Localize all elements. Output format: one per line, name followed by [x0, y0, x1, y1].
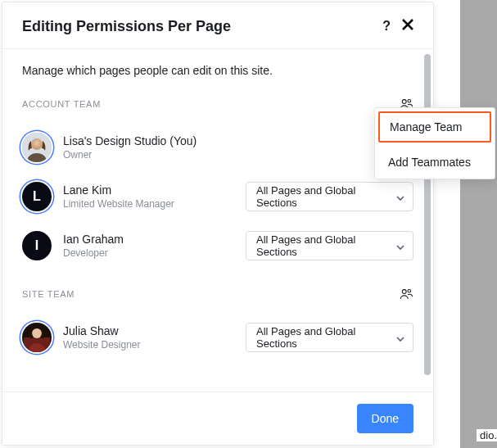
modal-title: Editing Permissions Per Page	[22, 18, 231, 35]
permission-select[interactable]: All Pages and Global Sections	[246, 182, 413, 211]
account-team-header: ACCOUNT TEAM	[22, 97, 413, 111]
permissions-modal: Editing Permissions Per Page ? Manage wh…	[2, 2, 434, 446]
svg-point-4	[402, 290, 406, 294]
background-text-fragment: dio.	[477, 429, 497, 441]
avatar	[22, 323, 52, 352]
member-row: Lisa's Design Studio (You)Owner	[22, 123, 413, 172]
permission-select[interactable]: All Pages and Global Sections	[246, 231, 413, 260]
modal-header: Editing Permissions Per Page ?	[2, 2, 433, 49]
member-row: IIan GrahamDeveloperAll Pages and Global…	[22, 221, 413, 270]
svg-point-8	[32, 328, 42, 338]
avatar: L	[22, 182, 52, 211]
chevron-down-icon	[396, 242, 404, 250]
member-name: Lisa's Design Studio (You)	[63, 133, 413, 148]
permission-select-label: All Pages and Global Sections	[256, 184, 396, 209]
member-name: Lane Kim	[63, 183, 246, 197]
team-icon[interactable]	[399, 287, 413, 301]
member-row: LLane KimLimited Website ManagerAll Page…	[22, 172, 413, 221]
close-icon[interactable]	[400, 17, 415, 35]
member-role: Developer	[63, 247, 246, 260]
member-name: Ian Graham	[63, 232, 246, 247]
avatar: I	[22, 231, 52, 260]
modal-subtitle: Manage which pages people can edit on th…	[22, 64, 413, 77]
member-info: Lisa's Design Studio (You)Owner	[63, 133, 413, 162]
avatar	[22, 133, 52, 162]
modal-footer: Done	[2, 391, 433, 445]
svg-point-1	[408, 99, 411, 102]
member-info: Lane KimLimited Website Manager	[63, 183, 246, 211]
background-panel	[460, 0, 497, 448]
popover-item-manage-team[interactable]: Manage Team	[378, 111, 491, 143]
member-row: Julia ShawWebsite DesignerAll Pages and …	[22, 313, 413, 362]
done-button[interactable]: Done	[357, 404, 413, 433]
permission-select-label: All Pages and Global Sections	[256, 325, 396, 350]
member-info: Julia ShawWebsite Designer	[63, 324, 246, 352]
member-role: Limited Website Manager	[63, 198, 246, 211]
section-title-account: ACCOUNT TEAM	[22, 99, 101, 109]
modal-body: Manage which pages people can edit on th…	[2, 49, 433, 391]
site-team-header: SITE TEAM	[22, 287, 413, 301]
svg-point-0	[402, 100, 406, 104]
popover-item-add-teammates[interactable]: Add Teammates	[375, 146, 495, 179]
chevron-down-icon	[396, 333, 404, 342]
section-title-site: SITE TEAM	[22, 289, 75, 299]
svg-point-3	[31, 138, 43, 150]
scrollbar[interactable]	[424, 54, 431, 375]
permission-select-label: All Pages and Global Sections	[256, 233, 396, 258]
member-name: Julia Shaw	[63, 324, 246, 338]
member-role: Website Designer	[63, 339, 246, 352]
team-popover: Manage TeamAdd Teammates	[374, 107, 495, 179]
permission-select[interactable]: All Pages and Global Sections	[246, 323, 413, 352]
svg-point-5	[408, 289, 411, 292]
help-icon[interactable]: ?	[382, 19, 391, 34]
member-role: Owner	[63, 149, 413, 162]
member-info: Ian GrahamDeveloper	[63, 232, 246, 260]
chevron-down-icon	[396, 192, 404, 201]
